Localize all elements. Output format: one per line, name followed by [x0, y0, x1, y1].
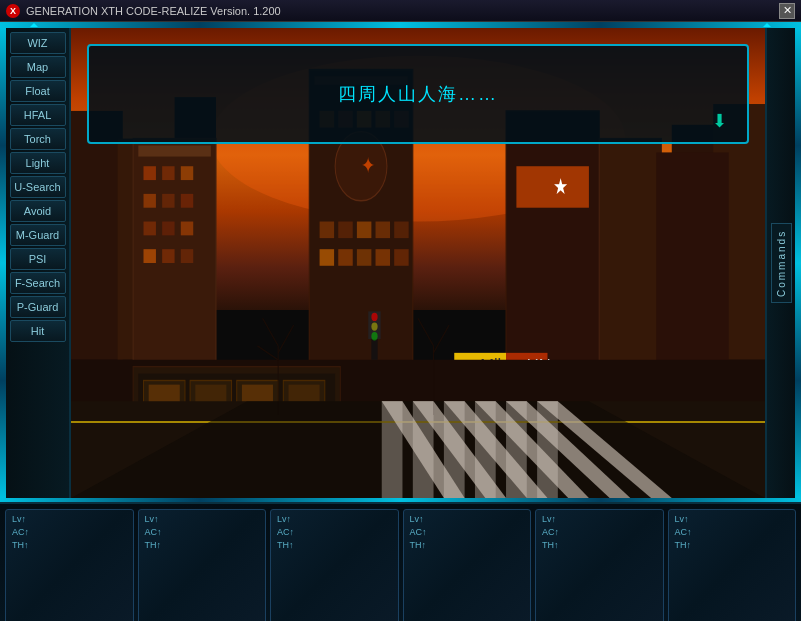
dialogue-arrow: ⬇: [712, 110, 727, 132]
window-title: GENERATION XTH CODE-REALIZE Version. 1.2…: [26, 5, 281, 17]
svg-rect-32: [376, 222, 391, 239]
sidebar-item-pguard[interactable]: P-Guard: [10, 296, 66, 318]
sidebar-item-fsearch[interactable]: F-Search: [10, 272, 66, 294]
right-sidebar: Commands: [765, 28, 795, 498]
svg-rect-31: [357, 222, 372, 239]
title-bar-left: X GENERATION XTH CODE-REALIZE Version. 1…: [6, 4, 281, 18]
svg-line-72: [257, 346, 278, 360]
svg-rect-38: [394, 249, 409, 266]
svg-rect-19: [181, 249, 193, 263]
char-slot-0: Lv↑AC↑TH↑: [5, 509, 134, 621]
char-slot-4-ac: AC↑: [542, 527, 657, 538]
game-area[interactable]: ✦ ★ Mikon: [71, 28, 765, 498]
char-slot-3-th: TH↑: [410, 540, 525, 551]
svg-rect-18: [162, 249, 174, 263]
char-slot-5: Lv↑AC↑TH↑: [668, 509, 797, 621]
sidebar-item-avoid[interactable]: Avoid: [10, 200, 66, 222]
svg-rect-8: [144, 166, 156, 180]
char-slot-0-ac: AC↑: [12, 527, 127, 538]
svg-rect-12: [162, 194, 174, 208]
char-slot-5-ac: AC↑: [675, 527, 790, 538]
svg-rect-9: [162, 166, 174, 180]
sidebar-item-wiz[interactable]: WIZ: [10, 32, 66, 54]
sidebar-item-hfal[interactable]: HFAL: [10, 104, 66, 126]
svg-rect-33: [394, 222, 409, 239]
commands-label[interactable]: Commands: [771, 223, 792, 303]
svg-point-80: [371, 332, 377, 340]
frame-right-border: [795, 28, 801, 498]
char-slot-1-lv: Lv↑: [145, 514, 260, 525]
dialogue-text: 四周人山人海……: [338, 82, 498, 106]
sidebar-item-hit[interactable]: Hit: [10, 320, 66, 342]
char-slot-0-lv: Lv↑: [12, 514, 127, 525]
svg-rect-15: [162, 222, 174, 236]
main-area: WIZMapFloatHFALTorchLightU-SearchAvoidM-…: [0, 28, 801, 498]
svg-rect-37: [376, 249, 391, 266]
svg-text:✦: ✦: [361, 153, 375, 178]
dialogue-box[interactable]: 四周人山人海…… ⬇: [87, 44, 749, 144]
char-slot-2-th: TH↑: [277, 540, 392, 551]
svg-rect-7: [138, 146, 211, 157]
svg-rect-10: [181, 166, 193, 180]
svg-line-74: [418, 318, 434, 346]
char-slot-1-ac: AC↑: [145, 527, 260, 538]
char-slot-1-th: TH↑: [145, 540, 260, 551]
svg-rect-35: [338, 249, 353, 266]
svg-rect-16: [181, 222, 193, 236]
svg-point-78: [371, 313, 377, 321]
svg-line-71: [278, 325, 294, 353]
svg-line-70: [263, 318, 279, 346]
char-slot-3-ac: AC↑: [410, 527, 525, 538]
sidebar-item-map[interactable]: Map: [10, 56, 66, 78]
char-slot-4: Lv↑AC↑TH↑: [535, 509, 664, 621]
left-sidebar: WIZMapFloatHFALTorchLightU-SearchAvoidM-…: [6, 28, 71, 498]
close-button[interactable]: ✕: [779, 3, 795, 19]
char-slot-2-ac: AC↑: [277, 527, 392, 538]
svg-rect-36: [357, 249, 372, 266]
bottom-section: Lv↑AC↑TH↑Lv↑AC↑TH↑Lv↑AC↑TH↑Lv↑AC↑TH↑Lv↑A…: [0, 502, 801, 621]
char-slot-1: Lv↑AC↑TH↑: [138, 509, 267, 621]
sidebar-item-mguard[interactable]: M-Guard: [10, 224, 66, 246]
sidebar-item-usearch[interactable]: U-Search: [10, 176, 66, 198]
sidebar-item-light[interactable]: Light: [10, 152, 66, 174]
char-slot-3: Lv↑AC↑TH↑: [403, 509, 532, 621]
svg-rect-29: [320, 222, 335, 239]
char-slot-2: Lv↑AC↑TH↑: [270, 509, 399, 621]
sidebar-item-torch[interactable]: Torch: [10, 128, 66, 150]
char-slot-4-lv: Lv↑: [542, 514, 657, 525]
char-slot-5-th: TH↑: [675, 540, 790, 551]
char-slot-4-th: TH↑: [542, 540, 657, 551]
svg-line-75: [434, 325, 450, 353]
char-slot-3-lv: Lv↑: [410, 514, 525, 525]
frame-decoration-left: [30, 23, 38, 27]
sidebar-item-psi[interactable]: PSI: [10, 248, 66, 270]
char-slot-5-lv: Lv↑: [675, 514, 790, 525]
app-icon: X: [6, 4, 20, 18]
svg-rect-13: [181, 194, 193, 208]
svg-text:★: ★: [553, 174, 568, 199]
char-slot-0-th: TH↑: [12, 540, 127, 551]
char-slot-2-lv: Lv↑: [277, 514, 392, 525]
svg-point-79: [371, 322, 377, 330]
svg-rect-1: [71, 111, 123, 360]
svg-rect-30: [338, 222, 353, 239]
svg-rect-17: [144, 249, 156, 263]
title-bar: X GENERATION XTH CODE-REALIZE Version. 1…: [0, 0, 801, 22]
frame-decoration-right: [763, 23, 771, 27]
svg-rect-11: [144, 194, 156, 208]
svg-rect-34: [320, 249, 335, 266]
svg-rect-14: [144, 222, 156, 236]
sidebar-item-float[interactable]: Float: [10, 80, 66, 102]
